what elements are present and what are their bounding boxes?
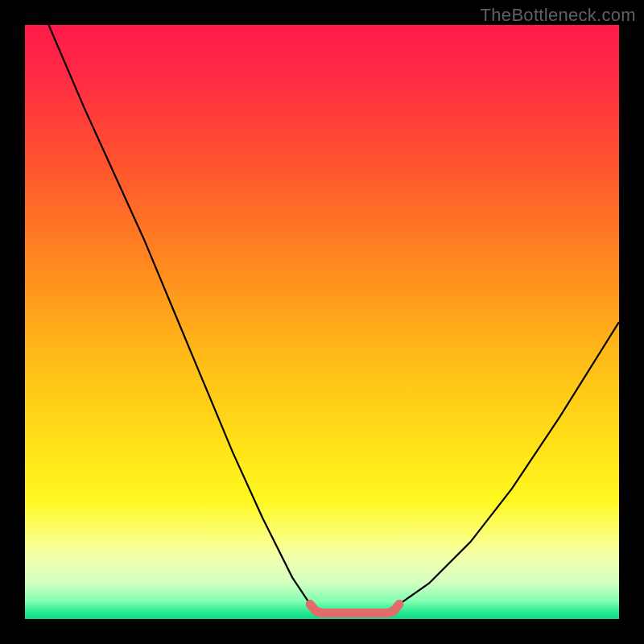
plot-area xyxy=(25,25,619,619)
chart-svg xyxy=(25,25,619,619)
optimal-zone-highlight xyxy=(310,605,399,613)
bottleneck-curve xyxy=(49,25,619,613)
watermark: TheBottleneck.com xyxy=(481,5,636,26)
chart-container: TheBottleneck.com xyxy=(0,0,644,644)
